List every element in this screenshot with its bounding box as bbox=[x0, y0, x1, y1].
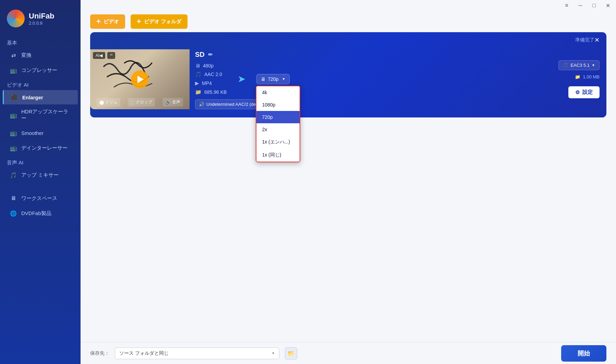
dropdown-arrow-icon: ▼ bbox=[282, 77, 286, 81]
app-logo: UniFab 2.0.0.9 bbox=[0, 0, 81, 36]
sidebar-item-dvdfab[interactable]: 🌐 DVDFab製品 bbox=[3, 206, 78, 221]
ai-badge-1: AI◀ bbox=[93, 52, 105, 59]
ai-badge-2-text: ᴬᴵ bbox=[110, 53, 112, 58]
audio-undetermined-value: Undetermined AAC/2 (defau bbox=[206, 102, 262, 107]
logo-text: UniFab 2.0.0.9 bbox=[29, 12, 55, 26]
smoother-icon: 📺 bbox=[10, 129, 17, 137]
audio-button[interactable]: 🔊 音声 bbox=[163, 98, 183, 106]
ready-status: 準備完了 bbox=[575, 37, 594, 43]
dropdown-item-2x[interactable]: 2x bbox=[256, 123, 300, 136]
sidebar-item-label-smoother: Smoother bbox=[21, 130, 44, 136]
dropdown-item-720p[interactable]: 720p bbox=[256, 111, 300, 123]
add-video-label: ビデオ bbox=[104, 18, 119, 25]
res-screen-icon: 🖥 bbox=[261, 76, 266, 82]
settings-button[interactable]: ⚙ 設定 bbox=[568, 86, 600, 98]
trim-icon: ⬤ bbox=[99, 100, 104, 105]
minimize-button[interactable]: ─ bbox=[576, 1, 584, 10]
source-resolution-value: 480p bbox=[203, 63, 214, 68]
format-icon: ▶ bbox=[195, 80, 199, 86]
file-size-icon: 📁 bbox=[575, 74, 580, 79]
source-format: ▶ MP4 bbox=[195, 80, 227, 86]
audio-source-icon: 🎵 bbox=[195, 71, 202, 77]
folder-browse-button[interactable]: 📁 bbox=[285, 347, 297, 360]
sidebar-item-enlarger[interactable]: ⬛ Enlarger bbox=[3, 90, 78, 104]
maximize-button[interactable]: □ bbox=[590, 1, 598, 10]
resolution-dropdown: 🖥 720p ▼ 4k 1080p 720p 2x bbox=[256, 74, 290, 84]
audio-row: 🔊 Undetermined AAC/2 (defau ▼ bbox=[195, 99, 539, 109]
resolution-select-button[interactable]: 🖥 720p ▼ bbox=[256, 74, 290, 84]
dropdown-item-4k[interactable]: 4k bbox=[256, 86, 300, 99]
bottom-bar: 保存先： ソース フォルダと同じ ▼ 📁 開始 bbox=[81, 342, 616, 364]
eac3-dropdown-icon: ▼ bbox=[592, 63, 595, 67]
save-path-dropdown-icon: ▼ bbox=[271, 351, 275, 355]
target-size: 📁 1.00 MB bbox=[575, 74, 600, 79]
logo-icon bbox=[7, 10, 25, 27]
crop-label: クロップ bbox=[136, 99, 152, 105]
thumbnail-image bbox=[97, 53, 166, 97]
sd-label: SD ✏ bbox=[195, 51, 213, 59]
sidebar-item-convert[interactable]: ⇄ 変換 bbox=[3, 48, 78, 62]
crop-button[interactable]: ⬚ クロップ bbox=[128, 98, 155, 106]
start-label: 開始 bbox=[578, 350, 590, 357]
sidebar-item-label-workspace: ワークスペース bbox=[21, 195, 57, 202]
sidebar-item-label-dvdfab: DVDFab製品 bbox=[21, 210, 51, 217]
dvdfab-icon: 🌐 bbox=[10, 210, 17, 217]
source-size: 📁 685.96 KB bbox=[195, 89, 227, 95]
source-audio-value: AAC 2.0 bbox=[204, 72, 222, 77]
source-size-value: 685.96 KB bbox=[204, 89, 227, 95]
main-content: ≡ ─ □ ✕ + ビデオ + ビデオ フォルダ 準備完了 ✕ bbox=[81, 0, 616, 364]
enlarger-icon: ⬛ bbox=[11, 93, 18, 101]
menu-button[interactable]: ≡ bbox=[563, 1, 571, 10]
source-meta-row: 🖥 480p 🎵 AAC 2.0 ▶ MP4 bbox=[195, 63, 539, 95]
dropdown-item-1080p[interactable]: 1080p bbox=[256, 99, 300, 111]
sidebar-item-compressor[interactable]: 📺 コンプレッサー bbox=[3, 63, 78, 77]
dropdown-item-1x-enhance[interactable]: 1x (エンハ...) bbox=[256, 136, 300, 149]
ai-badge-2: ᴬᴵ bbox=[107, 52, 115, 59]
audio-icon-2: 🔊 bbox=[199, 102, 204, 107]
close-button[interactable]: ✕ bbox=[604, 1, 612, 10]
edit-icon[interactable]: ✏ bbox=[208, 51, 213, 58]
target-size-value: 1.00 MB bbox=[583, 74, 600, 79]
eac3-button[interactable]: 🎵 EAC3 5.1 ▼ bbox=[558, 60, 600, 70]
section-basic: 基本 bbox=[0, 37, 81, 48]
add-video-icon: + bbox=[96, 17, 101, 26]
sidebar-item-label-compressor: コンプレッサー bbox=[21, 67, 57, 74]
ai-badge-1-text: AI◀ bbox=[96, 53, 102, 58]
right-panel: 🎵 EAC3 5.1 ▼ 📁 1.00 MB ⚙ 設定 bbox=[545, 58, 606, 101]
dropdown-item-1x-same[interactable]: 1x (同じ) bbox=[256, 149, 300, 162]
settings-icon: ⚙ bbox=[575, 89, 580, 96]
add-video-button[interactable]: + ビデオ bbox=[90, 14, 125, 29]
resolution-dropdown-menu: 4k 1080p 720p 2x 1x (エンハ...) 1x (同じ) bbox=[256, 86, 300, 162]
trim-label: トリム bbox=[105, 99, 118, 105]
source-format-value: MP4 bbox=[202, 80, 212, 86]
upmixer-icon: 🎵 bbox=[10, 171, 17, 179]
resolution-selected: 720p bbox=[268, 76, 278, 82]
sidebar-item-upmixer[interactable]: 🎵 アップ ミキサー bbox=[3, 168, 78, 182]
source-resolution: 🖥 480p bbox=[195, 63, 227, 68]
sidebar-item-hdr[interactable]: 📺 HDRアップスケーラー bbox=[3, 105, 78, 125]
add-folder-label: ビデオ フォルダ bbox=[144, 18, 181, 25]
add-folder-button[interactable]: + ビデオ フォルダ bbox=[131, 14, 188, 29]
app-version: 2.0.0.9 bbox=[29, 21, 55, 26]
compressor-icon: 📺 bbox=[10, 66, 17, 74]
sidebar-item-deinterlacer[interactable]: 📺 デインターレーサー bbox=[3, 141, 78, 155]
save-path-select[interactable]: ソース フォルダと同じ ▼ bbox=[115, 348, 279, 359]
sidebar-item-label-upmixer: アップ ミキサー bbox=[21, 172, 59, 178]
deinterlacer-icon: 📺 bbox=[10, 144, 17, 152]
toolbar: + ビデオ + ビデオ フォルダ bbox=[81, 11, 616, 32]
folder-browse-icon: 📁 bbox=[288, 350, 294, 356]
save-path-value: ソース フォルダと同じ bbox=[119, 350, 169, 356]
sidebar-item-workspace[interactable]: 🖥 ワークスペース bbox=[3, 191, 78, 205]
content-area: 準備完了 ✕ bbox=[81, 32, 616, 364]
add-folder-icon: + bbox=[137, 17, 141, 26]
sidebar-item-label-convert: 変換 bbox=[21, 52, 32, 59]
sidebar-item-smoother[interactable]: 📺 Smoother bbox=[3, 126, 78, 140]
trim-button[interactable]: ⬤ トリム bbox=[97, 98, 120, 106]
video-card-close-button[interactable]: ✕ bbox=[594, 36, 600, 44]
play-button[interactable] bbox=[131, 71, 149, 88]
section-video-ai: ビデオ AI bbox=[0, 79, 81, 90]
audio-codec-icon: 🎵 bbox=[563, 63, 568, 68]
video-thumbnail: AI◀ ᴬᴵ ⬤ トリム ⬚ クロップ bbox=[90, 49, 190, 109]
video-info: SD ✏ 🖥 480p 🎵 bbox=[190, 47, 545, 112]
start-button[interactable]: 開始 bbox=[561, 345, 606, 362]
